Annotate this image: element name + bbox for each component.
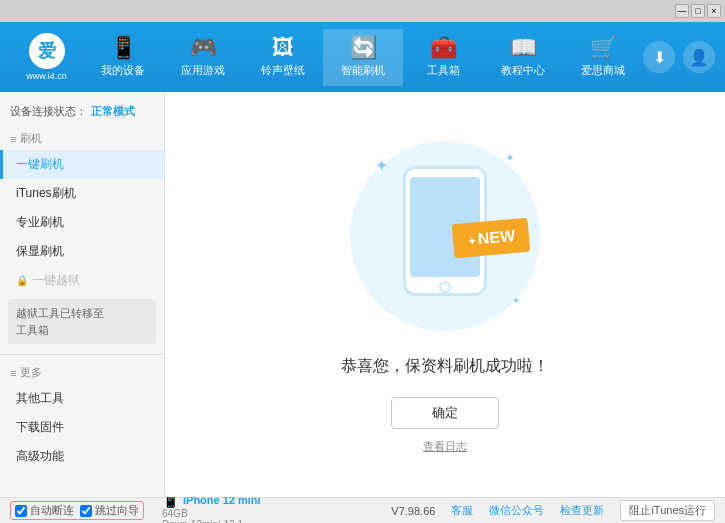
skip-wizard-checkbox[interactable]: 跳过向导 <box>80 503 139 518</box>
check-update-link[interactable]: 检查更新 <box>560 503 604 518</box>
status-label: 设备连接状态： <box>10 104 87 119</box>
logo-icon: 爱 <box>38 39 56 63</box>
nav-apps[interactable]: 🎮 应用游戏 <box>163 29 243 86</box>
sidebar-item-jailbreak: 🔒 一键越狱 <box>0 266 164 295</box>
phone-illustration: ✦ ✦ ✦ NEW <box>345 136 545 336</box>
skip-wizard-label: 跳过向导 <box>95 503 139 518</box>
nav-smart-flash-label: 智能刷机 <box>341 63 385 78</box>
logo-circle: 爱 <box>29 33 65 69</box>
logo-area: 爱 www.i4.cn <box>10 33 83 81</box>
my-device-icon: 📱 <box>110 37 137 59</box>
status-bar: 设备连接状态： 正常模式 <box>0 100 164 127</box>
stop-itunes-btn[interactable]: 阻止iTunes运行 <box>620 500 715 521</box>
nav-my-device[interactable]: 📱 我的设备 <box>83 29 163 86</box>
toolbox-icon: 🧰 <box>430 37 457 59</box>
content-area: ✦ ✦ ✦ NEW 恭喜您，保资料刷机成功啦！ 确定 查看日志 <box>165 92 725 497</box>
auto-disconnect-label: 自动断连 <box>30 503 74 518</box>
skip-wizard-input[interactable] <box>80 505 92 517</box>
nav-apps-label: 应用游戏 <box>181 63 225 78</box>
main-container: 设备连接状态： 正常模式 ≡ 刷机 一键刷机 iTunes刷机 专业刷机 保显刷… <box>0 92 725 497</box>
notice-text: 越狱工具已转移至工具箱 <box>16 307 104 336</box>
section1-label: 刷机 <box>20 131 42 146</box>
confirm-button[interactable]: 确定 <box>391 397 499 429</box>
section2-label: 更多 <box>20 365 42 380</box>
download-btn[interactable]: ⬇ <box>643 41 675 73</box>
one-click-flash-label: 一键刷机 <box>16 156 64 173</box>
section2-header: ≡ 更多 <box>0 361 164 384</box>
wechat-link[interactable]: 微信公众号 <box>489 503 544 518</box>
sidebar-item-download-fw[interactable]: 下载固件 <box>0 413 164 442</box>
notice-box: 越狱工具已转移至工具箱 <box>8 299 156 344</box>
daily-link[interactable]: 查看日志 <box>423 439 467 454</box>
itunes-flash-label: iTunes刷机 <box>16 185 76 202</box>
status-value: 正常模式 <box>91 104 135 119</box>
sidebar-divider <box>0 354 164 355</box>
sidebar-item-other-tools[interactable]: 其他工具 <box>0 384 164 413</box>
section1-icon: ≡ <box>10 133 16 145</box>
close-btn[interactable]: × <box>707 4 721 18</box>
minimize-btn[interactable]: — <box>675 4 689 18</box>
bottom-right: V7.98.66 客服 微信公众号 检查更新 阻止iTunes运行 <box>391 500 715 521</box>
nav-wallpaper-label: 铃声壁纸 <box>261 63 305 78</box>
service-link[interactable]: 客服 <box>451 503 473 518</box>
phone-home-btn <box>439 281 451 293</box>
device-storage: 64GB <box>162 508 261 519</box>
tutorial-icon: 📖 <box>510 37 537 59</box>
sparkle3-icon: ✦ <box>512 295 520 306</box>
sparkle2-icon: ✦ <box>505 151 515 165</box>
new-badge: NEW <box>452 217 531 258</box>
apps-icon: 🎮 <box>190 37 217 59</box>
smart-flash-icon: 🔄 <box>350 37 377 59</box>
maximize-btn[interactable]: □ <box>691 4 705 18</box>
auto-disconnect-input[interactable] <box>15 505 27 517</box>
title-bar: — □ × <box>0 0 725 22</box>
sidebar-item-itunes-flash[interactable]: iTunes刷机 <box>0 179 164 208</box>
logo-text: www.i4.cn <box>26 71 67 81</box>
nav-tutorial[interactable]: 📖 教程中心 <box>483 29 563 86</box>
success-text: 恭喜您，保资料刷机成功啦！ <box>341 356 549 377</box>
download-fw-label: 下载固件 <box>16 419 64 436</box>
device-model: Down-12mini-13,1 <box>162 519 261 524</box>
sidebar-item-one-click-flash[interactable]: 一键刷机 <box>0 150 164 179</box>
shop-icon: 🛒 <box>590 37 617 59</box>
nav-shop[interactable]: 🛒 爱思商城 <box>563 29 643 86</box>
auto-disconnect-checkbox[interactable]: 自动断连 <box>15 503 74 518</box>
save-flash-label: 保显刷机 <box>16 243 64 260</box>
jailbreak-label: 一键越狱 <box>32 272 80 289</box>
nav-toolbox-label: 工具箱 <box>427 63 460 78</box>
sidebar-item-advanced[interactable]: 高级功能 <box>0 442 164 471</box>
sidebar-item-save-flash[interactable]: 保显刷机 <box>0 237 164 266</box>
header-actions: ⬇ 👤 <box>643 41 715 73</box>
nav-tutorial-label: 教程中心 <box>501 63 545 78</box>
section2-icon: ≡ <box>10 367 16 379</box>
bottom-bar: 自动断连 跳过向导 📱 iPhone 12 mini 64GB Down-12m… <box>0 497 725 523</box>
version-label: V7.98.66 <box>391 505 435 517</box>
header: 爱 www.i4.cn 📱 我的设备 🎮 应用游戏 🖼 铃声壁纸 🔄 智能刷机 … <box>0 22 725 92</box>
nav-bar: 📱 我的设备 🎮 应用游戏 🖼 铃声壁纸 🔄 智能刷机 🧰 工具箱 📖 教程中心… <box>83 29 643 86</box>
section1-header: ≡ 刷机 <box>0 127 164 150</box>
sidebar-item-pro-flash[interactable]: 专业刷机 <box>0 208 164 237</box>
wallpaper-icon: 🖼 <box>272 37 294 59</box>
nav-shop-label: 爱思商城 <box>581 63 625 78</box>
advanced-label: 高级功能 <box>16 448 64 465</box>
other-tools-label: 其他工具 <box>16 390 64 407</box>
nav-toolbox[interactable]: 🧰 工具箱 <box>403 29 483 86</box>
sidebar: 设备连接状态： 正常模式 ≡ 刷机 一键刷机 iTunes刷机 专业刷机 保显刷… <box>0 92 165 497</box>
nav-wallpaper[interactable]: 🖼 铃声壁纸 <box>243 29 323 86</box>
user-btn[interactable]: 👤 <box>683 41 715 73</box>
sparkle1-icon: ✦ <box>375 156 388 175</box>
nav-smart-flash[interactable]: 🔄 智能刷机 <box>323 29 403 86</box>
nav-my-device-label: 我的设备 <box>101 63 145 78</box>
pro-flash-label: 专业刷机 <box>16 214 64 231</box>
